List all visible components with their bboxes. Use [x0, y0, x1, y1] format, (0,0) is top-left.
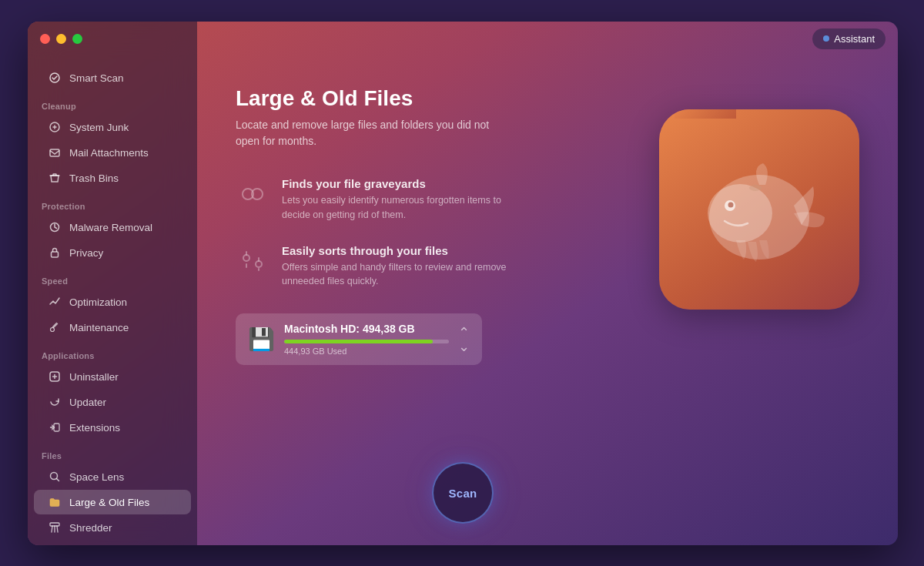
scan-button[interactable]: Scan	[432, 462, 494, 524]
feature-item-graveyards: Finds your file graveyards Lets you easi…	[236, 177, 544, 223]
system-junk-label: System Junk	[69, 122, 129, 133]
svg-point-18	[749, 185, 762, 191]
sidebar-item-uninstaller[interactable]: Uninstaller	[34, 364, 191, 389]
whale-illustration	[659, 109, 859, 325]
sidebar-item-smart-scan[interactable]: Smart Scan	[34, 65, 191, 90]
shredder-icon	[48, 521, 62, 534]
sidebar-item-system-junk[interactable]: System Junk	[34, 115, 191, 139]
svg-point-15	[708, 184, 772, 243]
malware-icon	[48, 220, 62, 234]
close-button[interactable]	[40, 34, 50, 44]
assistant-button[interactable]: Assistant	[812, 28, 886, 49]
feature-text-graveyards: Finds your file graveyards Lets you easi…	[282, 177, 513, 223]
disk-name: Macintosh HD: 494,38 GB	[284, 323, 449, 335]
svg-point-5	[51, 328, 55, 332]
system-junk-icon	[48, 120, 62, 134]
svg-point-12	[243, 255, 249, 261]
feature-text-sorts: Easily sorts through your files Offers s…	[282, 244, 513, 290]
extensions-icon	[48, 420, 62, 434]
minimize-button[interactable]	[56, 34, 66, 44]
section-label-protection: Protection	[28, 191, 197, 214]
sidebar-item-updater[interactable]: Updater	[34, 390, 191, 414]
folder-icon	[48, 495, 62, 509]
trash-bins-label: Trash Bins	[69, 172, 119, 184]
updater-icon	[48, 395, 62, 409]
sidebar-item-mail-attachments[interactable]: Mail Attachments	[34, 140, 191, 165]
svg-point-13	[256, 261, 262, 267]
feature-item-sorts: Easily sorts through your files Offers s…	[236, 244, 544, 290]
sidebar-item-optimization[interactable]: Optimization	[34, 290, 191, 314]
trash-icon	[48, 171, 62, 185]
feature-desc-graveyards: Lets you easily identify numerous forgot…	[282, 193, 513, 223]
features-list: Finds your file graveyards Lets you easi…	[236, 177, 544, 289]
disk-selector[interactable]: 💾 Macintosh HD: 494,38 GB 444,93 GB Used…	[236, 313, 482, 365]
privacy-icon	[48, 246, 62, 260]
space-lens-icon	[48, 470, 62, 484]
space-lens-label: Space Lens	[69, 471, 124, 483]
svg-point-17	[728, 203, 734, 208]
privacy-label: Privacy	[69, 247, 103, 259]
svg-rect-4	[52, 252, 59, 257]
uninstaller-icon	[48, 370, 62, 383]
page-subtitle: Locate and remove large files and folder…	[236, 117, 513, 149]
feature-desc-sorts: Offers simple and handy filters to revie…	[282, 260, 513, 290]
disk-bar-fill	[284, 340, 433, 343]
disk-bar-track	[284, 340, 449, 343]
section-label-cleanup: Cleanup	[28, 91, 197, 114]
smart-scan-label: Smart Scan	[69, 72, 124, 84]
sidebar-item-malware-removal[interactable]: Malware Removal	[34, 215, 191, 239]
sidebar-item-shredder[interactable]: Shredder	[34, 515, 191, 540]
maximize-button[interactable]	[72, 34, 82, 44]
sidebar-item-maintenance[interactable]: Maintenance	[34, 315, 191, 340]
main-content: Large & Old Files Locate and remove larg…	[197, 55, 898, 545]
svg-rect-2	[50, 149, 59, 156]
scan-button-wrapper: Scan	[432, 462, 494, 524]
disk-info: Macintosh HD: 494,38 GB 444,93 GB Used	[284, 323, 449, 356]
titlebar: Assistant	[28, 22, 898, 55]
feature-title-sorts: Easily sorts through your files	[282, 244, 513, 257]
disk-used: 444,93 GB Used	[284, 347, 449, 356]
disk-icon: 💾	[248, 329, 275, 350]
mail-attachments-label: Mail Attachments	[69, 147, 149, 159]
chevron-icon: ⌃⌄	[458, 326, 470, 353]
maintenance-label: Maintenance	[69, 322, 129, 333]
section-label-applications: Applications	[28, 340, 197, 363]
large-old-files-label: Large & Old Files	[69, 497, 149, 508]
feature-title-graveyards: Finds your file graveyards	[282, 177, 513, 190]
sorts-icon	[236, 244, 270, 278]
shredder-label: Shredder	[69, 522, 112, 534]
optimization-icon	[48, 295, 62, 309]
assistant-label: Assistant	[834, 33, 875, 45]
extensions-label: Extensions	[69, 422, 120, 434]
maintenance-icon	[48, 320, 62, 334]
sidebar-item-extensions[interactable]: Extensions	[34, 415, 191, 440]
updater-label: Updater	[69, 397, 106, 408]
graveyards-icon	[236, 177, 270, 211]
optimization-label: Optimization	[69, 296, 127, 308]
whale-folder	[659, 109, 859, 310]
sidebar-item-large-old-files[interactable]: Large & Old Files	[34, 490, 191, 514]
page-title: Large & Old Files	[236, 86, 859, 111]
mail-icon	[48, 146, 62, 159]
sidebar-item-trash-bins[interactable]: Trash Bins	[34, 166, 191, 190]
traffic-lights	[40, 34, 82, 44]
sidebar-item-privacy[interactable]: Privacy	[34, 240, 191, 265]
uninstaller-label: Uninstaller	[69, 371, 119, 383]
section-label-speed: Speed	[28, 266, 197, 289]
malware-removal-label: Malware Removal	[69, 222, 152, 233]
smart-scan-icon	[48, 71, 62, 85]
assistant-dot-icon	[823, 35, 829, 42]
sidebar-item-space-lens[interactable]: Space Lens	[34, 464, 191, 489]
sidebar: Smart Scan Cleanup System Junk Mail Atta…	[28, 22, 197, 545]
section-label-files: Files	[28, 440, 197, 464]
